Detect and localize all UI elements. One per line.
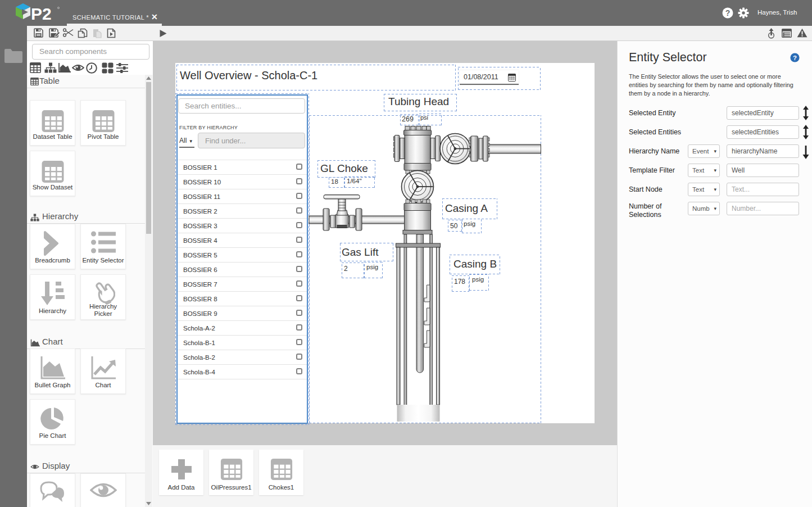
svg-text:?: ? bbox=[725, 8, 731, 17]
svg-text:P2: P2 bbox=[31, 4, 52, 23]
svg-text:?: ? bbox=[793, 55, 797, 61]
